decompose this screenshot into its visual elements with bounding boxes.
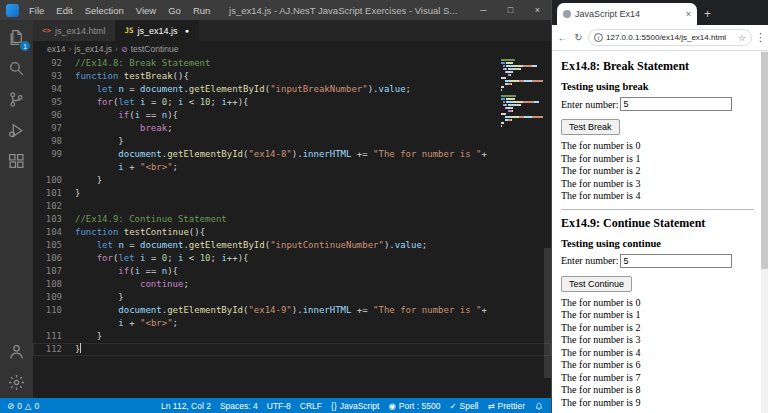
site-info-icon[interactable]: i xyxy=(594,33,603,42)
breadcrumb-symbol[interactable]: testContinue xyxy=(131,44,179,54)
new-tab-icon[interactable]: + xyxy=(699,7,716,25)
status-bar: ⊘ 0 △ 0 Ln 112, Col 2 Spaces: 4 UTF-8 CR… xyxy=(0,398,551,413)
spell-checker-status[interactable]: ✓ Spell xyxy=(449,401,478,411)
close-icon[interactable]: × xyxy=(524,0,551,20)
browser-scrollbar-thumb[interactable] xyxy=(761,52,768,269)
line-content: } xyxy=(75,330,551,343)
notifications-bell-icon[interactable] xyxy=(534,401,544,411)
code-line[interactable]: 94 let n = document.getElementById("inpu… xyxy=(33,83,551,96)
code-line[interactable]: 111 } xyxy=(33,330,551,343)
minimap-line xyxy=(501,101,543,103)
break-number-input[interactable] xyxy=(620,97,732,111)
code-line[interactable]: 103//Ex14.9: Continue Statement xyxy=(33,213,551,226)
line-number: 110 xyxy=(33,304,75,317)
explorer-icon[interactable]: 1 xyxy=(0,22,33,53)
line-content: if(i == n){ xyxy=(75,109,551,122)
minimap-line xyxy=(501,77,543,79)
code-line[interactable]: 109 } xyxy=(33,291,551,304)
test-continue-button[interactable]: Test Continue xyxy=(561,276,632,292)
code-line[interactable]: 98 } xyxy=(33,135,551,148)
line-content: i + "<br>"; xyxy=(75,161,551,174)
browser-tab[interactable]: JavaScript Ex14 × xyxy=(557,3,697,25)
menu-item-view[interactable]: View xyxy=(130,5,162,16)
line-number: 102 xyxy=(33,200,75,213)
settings-gear-icon[interactable] xyxy=(0,367,33,398)
minimap-line xyxy=(501,119,543,121)
line-number xyxy=(33,161,75,174)
warning-count: 0 xyxy=(34,401,39,411)
extensions-icon[interactable] xyxy=(0,146,33,177)
minimap-line xyxy=(501,59,543,61)
search-icon[interactable] xyxy=(0,53,33,84)
run-debug-icon[interactable] xyxy=(0,115,33,146)
browser-tab-title: JavaScript Ex14 xyxy=(575,9,682,19)
braces-icon: {} xyxy=(331,401,337,411)
code-line[interactable]: 99 document.getElementById("ex14-8").inn… xyxy=(33,148,551,161)
code-line[interactable]: 97 break; xyxy=(33,122,551,135)
tab-close-icon[interactable]: × xyxy=(686,9,691,19)
code-line[interactable]: 112} xyxy=(33,343,551,356)
code-line[interactable]: 105 let n = document.getElementById("inp… xyxy=(33,239,551,252)
tab-js-ex14-html[interactable]: <> js_ex14.html xyxy=(33,20,116,41)
breadcrumb-file[interactable]: js_ex14.js xyxy=(74,44,112,54)
code-line[interactable]: 101} xyxy=(33,187,551,200)
prettier-status[interactable]: ⇄ Prettier xyxy=(487,401,525,411)
minimize-icon[interactable]: ─ xyxy=(470,0,497,20)
code-editor[interactable]: 92//Ex14.8: Break Statement93function te… xyxy=(33,57,551,398)
bookmark-star-icon[interactable]: ☆ xyxy=(738,33,746,43)
language-mode[interactable]: {} JavaScript xyxy=(331,401,379,411)
line-content: function testContinue(){ xyxy=(75,226,551,239)
live-server-port[interactable]: ◉ Port : 5500 xyxy=(388,401,440,411)
browser-scrollbar[interactable] xyxy=(761,51,768,413)
status-bar-right: Ln 112, Col 2 Spaces: 4 UTF-8 CRLF {} Ja… xyxy=(161,401,544,411)
editor-scrollbar[interactable] xyxy=(544,57,551,398)
code-line[interactable]: 100 } xyxy=(33,174,551,187)
code-line[interactable]: i + "<br>"; xyxy=(33,161,551,174)
menu-item-file[interactable]: File xyxy=(23,5,50,16)
browser-menu-icon[interactable]: ⋮ xyxy=(755,31,764,44)
modified-dot-icon[interactable]: ● xyxy=(185,27,189,34)
cursor-position[interactable]: Ln 112, Col 2 xyxy=(161,401,211,411)
account-icon[interactable] xyxy=(0,336,33,367)
menu-item-edit[interactable]: Edit xyxy=(50,5,78,16)
code-line[interactable]: i + "<br>"; xyxy=(33,317,551,330)
code-line[interactable]: 108 continue; xyxy=(33,278,551,291)
code-line[interactable]: 110 document.getElementById("ex14-9").in… xyxy=(33,304,551,317)
indentation-setting[interactable]: Spaces: 4 xyxy=(220,401,258,411)
minimap-line xyxy=(501,104,543,106)
minimap-line xyxy=(501,74,543,76)
encoding-setting[interactable]: UTF-8 xyxy=(267,401,291,411)
code-line[interactable]: 107 if(i == n){ xyxy=(33,265,551,278)
line-content: } xyxy=(75,187,551,200)
menu-item-run[interactable]: Run xyxy=(187,5,216,16)
refresh-icon[interactable]: ↻ xyxy=(572,32,585,43)
minimap-line xyxy=(501,98,543,100)
back-icon[interactable]: ← xyxy=(556,32,569,43)
minimap[interactable] xyxy=(501,59,543,128)
problems-indicator[interactable]: ⊘ 0 △ 0 xyxy=(7,401,39,411)
continue-number-input[interactable] xyxy=(620,254,732,268)
browser-toolbar: ← ↻ i 127.0.0.1:5500/ex14/js_ex14.html ☆… xyxy=(552,25,768,51)
break-output: The for number is 0The for number is 1Th… xyxy=(561,140,754,203)
code-line[interactable]: 104function testContinue(){ xyxy=(33,226,551,239)
code-line[interactable]: 95 for(let i = 0; i < 10; i++){ xyxy=(33,96,551,109)
code-line[interactable]: 92//Ex14.8: Break Statement xyxy=(33,57,551,70)
page-content: Ex14.8: Break Statement Testing using br… xyxy=(552,51,768,413)
code-line[interactable]: 93function testBreak(){ xyxy=(33,70,551,83)
test-break-button[interactable]: Test Break xyxy=(561,119,620,135)
code-line[interactable]: 96 if(i == n){ xyxy=(33,109,551,122)
tab-label: js_ex14.html xyxy=(55,26,106,36)
address-bar[interactable]: i 127.0.0.1:5500/ex14/js_ex14.html ☆ xyxy=(588,29,752,46)
tab-js-ex14-js[interactable]: JS js_ex14.js ● xyxy=(116,20,199,41)
code-line[interactable]: 106 for(let i = 0; i < 10; i++){ xyxy=(33,252,551,265)
eol-setting[interactable]: CRLF xyxy=(300,401,322,411)
line-content: function testBreak(){ xyxy=(75,70,551,83)
scrollbar-thumb[interactable] xyxy=(544,248,551,378)
menu-item-selection[interactable]: Selection xyxy=(79,5,130,16)
minimap-line xyxy=(501,89,543,91)
source-control-icon[interactable] xyxy=(0,84,33,115)
breadcrumb-folder[interactable]: ex14 xyxy=(47,44,65,54)
menu-item-go[interactable]: Go xyxy=(162,5,187,16)
code-line[interactable]: 102 xyxy=(33,200,551,213)
maximize-icon[interactable]: □ xyxy=(497,0,524,20)
